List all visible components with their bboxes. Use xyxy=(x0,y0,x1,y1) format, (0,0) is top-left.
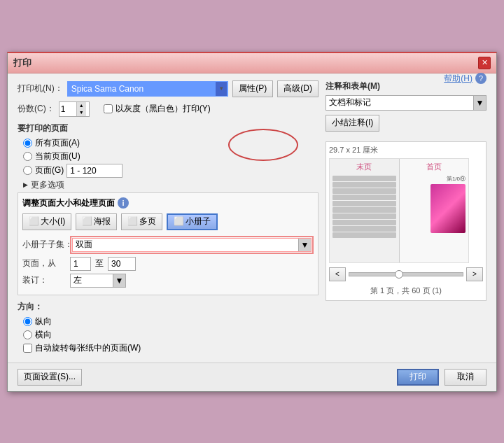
booklet-subset-row: 小册子子集： 双面 ▼ xyxy=(22,236,314,254)
right-panel: 注释和表单(M) 文档和标记 ▼ 小结注释(I) 29.7 x 21 厘米 末页 xyxy=(326,80,486,356)
printer-label: 打印机(N)： xyxy=(18,83,63,94)
printer-select[interactable]: Spica Sama Canon ▼ xyxy=(67,81,229,97)
copies-spinner[interactable]: ▲ ▼ xyxy=(59,101,90,117)
cancel-button[interactable]: 取消 xyxy=(444,369,486,386)
bottom-bar: 页面设置(S)... 打印 取消 xyxy=(8,363,496,391)
all-pages-row: 所有页面(A) xyxy=(23,137,318,149)
printer-value: Spica Sama Canon xyxy=(71,84,144,94)
auto-rotate-row: 自动旋转每张纸中的页面(W) xyxy=(23,342,318,354)
annotation-arrow[interactable]: ▼ xyxy=(476,98,484,108)
landscape-row: 横向 xyxy=(23,329,318,341)
page-info: 第 1 页，共 60 页 (1) xyxy=(329,286,483,296)
next-page-button[interactable]: > xyxy=(466,267,483,281)
properties-button[interactable]: 属性(P) xyxy=(232,80,273,97)
multipage-button[interactable]: ⬜多页 xyxy=(121,213,162,230)
auto-rotate-checkbox[interactable] xyxy=(23,344,32,353)
pages-to-label: 至 xyxy=(95,258,104,269)
preview-pink-block xyxy=(430,184,465,233)
close-button[interactable]: ✕ xyxy=(478,57,491,69)
page-range-radio[interactable] xyxy=(23,166,32,175)
printer-dropdown-arrow: ▼ xyxy=(218,85,224,92)
slider-thumb[interactable] xyxy=(395,270,403,279)
advanced-button[interactable]: 高级(D) xyxy=(277,80,318,97)
preview-right-page: 首页 第1/0⑨ xyxy=(400,159,469,262)
print-button[interactable]: 打印 xyxy=(397,369,439,386)
copies-row: 份数(C)： ▲ ▼ 以灰度（黑白色）打印(Y) xyxy=(18,101,318,117)
more-options-label: 更多选项 xyxy=(31,179,64,191)
print-dialog: 打印 ✕ 帮助(H) ? 打印机(N)： Spica Sama Canon ▼ xyxy=(7,52,497,392)
pages-to-input[interactable] xyxy=(108,257,136,271)
portrait-radio[interactable] xyxy=(23,317,32,326)
copies-label: 份数(C)： xyxy=(18,103,55,115)
left-panel: 打印机(N)： Spica Sama Canon ▼ 属性(P) 高级(D) 份… xyxy=(18,80,318,356)
spin-down-button[interactable]: ▼ xyxy=(76,109,86,116)
direction-section: 方向： 纵向 横向 自动旋转每张纸中的页面(W) xyxy=(18,301,318,354)
page-range-input[interactable] xyxy=(66,164,122,178)
current-page-row: 当前页面(U) xyxy=(23,150,318,162)
dialog-body: 打印机(N)： Spica Sama Canon ▼ 属性(P) 高级(D) 份… xyxy=(8,73,496,363)
portrait-label: 纵向 xyxy=(35,316,52,328)
direction-title: 方向： xyxy=(18,301,318,313)
pages-from-label: 页面，从 xyxy=(22,258,70,269)
annotation-value: 文档和标记 xyxy=(329,97,483,108)
first-page-label: 首页 xyxy=(426,162,442,172)
booklet-subset-label: 小册子子集： xyxy=(22,239,70,251)
auto-rotate-label: 自动旋转每张纸中的页面(W) xyxy=(35,342,141,354)
page-range-row: 页面(G) xyxy=(23,164,318,178)
grayscale-row: 以灰度（黑白色）打印(Y) xyxy=(104,103,211,115)
preview-text-small: 第1/0⑨ xyxy=(447,175,465,183)
poster-button[interactable]: ⬜海报 xyxy=(76,213,117,230)
adjust-title-text: 调整页面大小和处理页面 xyxy=(22,197,115,209)
spin-up-button[interactable]: ▲ xyxy=(76,102,86,109)
copies-input[interactable] xyxy=(59,104,76,114)
summary-button[interactable]: 小结注释(I) xyxy=(326,115,379,132)
grayscale-checkbox[interactable] xyxy=(104,104,113,113)
last-page-label: 末页 xyxy=(356,162,372,172)
more-options-row[interactable]: ▶ 更多选项 xyxy=(23,179,318,191)
page-setup-button[interactable]: 页面设置(S)... xyxy=(18,369,82,386)
binding-row: 装订： 左 ▼ xyxy=(22,274,314,288)
binding-value: 左 xyxy=(74,274,82,286)
adjust-btn-row: ⬜大小(I) ⬜海报 ⬜多页 ⬜小册子 xyxy=(22,213,314,230)
prev-page-button[interactable]: < xyxy=(329,267,346,281)
slider-row: < > xyxy=(329,267,483,281)
preview-left-page: 末页 xyxy=(330,159,400,262)
preview-image: 末页 xyxy=(329,158,469,263)
pages-range-row: 页面，从 至 xyxy=(22,257,314,271)
all-pages-radio[interactable] xyxy=(23,139,32,148)
landscape-radio[interactable] xyxy=(23,330,32,339)
adjust-section: 调整页面大小和处理页面 i ⬜大小(I) ⬜海报 ⬜多页 ⬜小册子 xyxy=(18,192,318,295)
spinner-arrows: ▲ ▼ xyxy=(76,102,86,116)
booklet-button[interactable]: ⬜小册子 xyxy=(167,213,218,230)
pages-section-title: 要打印的页面 xyxy=(18,122,318,134)
help-icon[interactable]: ? xyxy=(475,73,486,84)
size-button[interactable]: ⬜大小(I) xyxy=(22,213,71,230)
annotation-select[interactable]: 文档和标记 ▼ xyxy=(326,95,486,111)
all-pages-label: 所有页面(A) xyxy=(35,137,80,149)
adjust-info-icon[interactable]: i xyxy=(118,197,129,209)
slider-track[interactable] xyxy=(349,272,463,276)
preview-size-label: 29.7 x 21 厘米 xyxy=(329,145,483,155)
pages-from-input[interactable] xyxy=(70,257,91,271)
page-range-label: 页面(G) xyxy=(35,164,64,176)
help-link[interactable]: 帮助(H) xyxy=(444,73,472,85)
booklet-subset-arrow[interactable]: ▼ xyxy=(301,240,309,250)
binding-label: 装订： xyxy=(22,274,70,286)
adjust-title: 调整页面大小和处理页面 i xyxy=(22,197,314,209)
title-bar: 打印 ✕ xyxy=(8,53,496,73)
dialog-title: 打印 xyxy=(13,57,31,69)
grayscale-label: 以灰度（黑白色）打印(Y) xyxy=(115,103,211,115)
landscape-label: 横向 xyxy=(35,329,52,341)
current-page-label: 当前页面(U) xyxy=(35,150,80,162)
current-page-radio[interactable] xyxy=(23,152,32,161)
more-options-triangle: ▶ xyxy=(23,181,28,188)
booklet-subset-value: 双面 xyxy=(76,239,92,251)
printer-row: 打印机(N)： Spica Sama Canon ▼ 属性(P) 高级(D) xyxy=(18,80,318,97)
preview-area: 29.7 x 21 厘米 末页 xyxy=(326,141,486,301)
binding-arrow[interactable]: ▼ xyxy=(115,276,124,286)
portrait-row: 纵向 xyxy=(23,316,318,328)
